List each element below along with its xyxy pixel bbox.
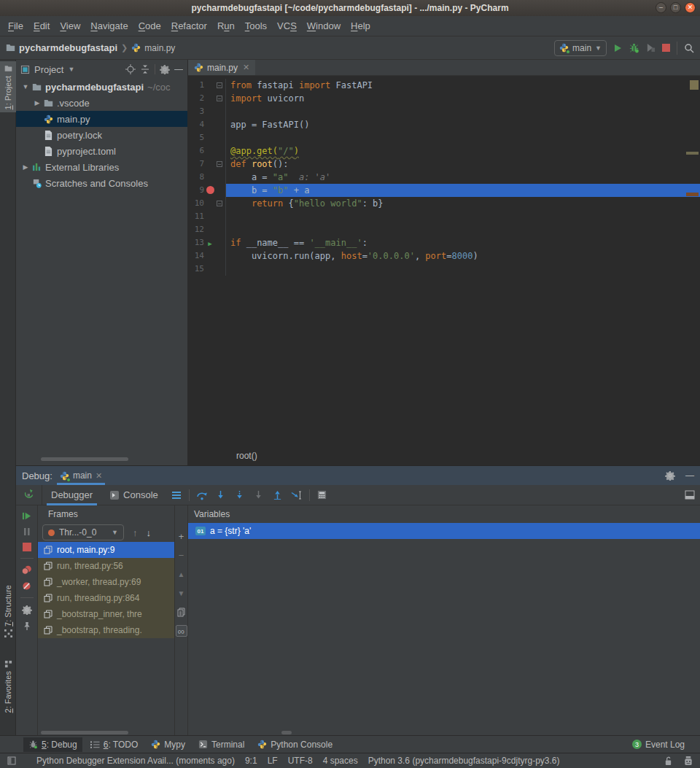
tree-toggle-icon[interactable]: ▼ bbox=[20, 83, 31, 90]
menu-vcs[interactable]: VCS bbox=[272, 18, 302, 34]
frame-row[interactable]: run, thread.py:56 bbox=[38, 558, 174, 574]
minimize-button[interactable]: – bbox=[656, 2, 666, 13]
toolwindow-python-console[interactable]: Python Console bbox=[252, 737, 338, 752]
tree-item-pycharmdebugfastapi[interactable]: ▼pycharmdebugfastapi~/coc bbox=[16, 79, 187, 95]
line-separator[interactable]: LF bbox=[268, 756, 278, 766]
fold-marker-icon[interactable] bbox=[216, 161, 223, 167]
fold-marker-icon[interactable] bbox=[216, 96, 223, 101]
pin-tab-icon[interactable] bbox=[23, 621, 31, 631]
force-step-into-button[interactable] bbox=[235, 490, 244, 500]
debug-button[interactable] bbox=[629, 42, 639, 53]
tree-item-main-py[interactable]: main.py bbox=[16, 111, 187, 127]
code-line-10[interactable]: 10 return {"hello world": b} bbox=[188, 197, 700, 210]
close-tab-icon[interactable]: ✕ bbox=[243, 63, 249, 72]
remove-watch-button[interactable]: − bbox=[176, 549, 187, 561]
breadcrumb-function[interactable]: root() bbox=[236, 451, 257, 461]
mute-breakpoints-button[interactable] bbox=[22, 581, 31, 591]
breadcrumb-project[interactable]: pycharmdebugfastapi bbox=[19, 42, 117, 53]
run-button[interactable] bbox=[613, 44, 622, 53]
gutter-line-7[interactable]: 7 bbox=[188, 158, 226, 171]
duplicate-watch-button[interactable] bbox=[176, 606, 187, 618]
tree-item--vscode[interactable]: ▶.vscode bbox=[16, 95, 187, 111]
collapse-all-button[interactable] bbox=[140, 64, 150, 74]
file-encoding[interactable]: UTF-8 bbox=[288, 756, 313, 766]
gutter-line-5[interactable]: 5 bbox=[188, 131, 226, 144]
step-over-button[interactable] bbox=[196, 490, 208, 500]
gutter-line-2[interactable]: 2 bbox=[188, 92, 226, 105]
tree-item-scratches-and-consoles[interactable]: Scratches and Consoles bbox=[16, 175, 187, 191]
gutter-line-6[interactable]: 6 bbox=[188, 144, 226, 158]
menu-tools[interactable]: Tools bbox=[240, 18, 272, 34]
tab-console[interactable]: Console bbox=[101, 485, 167, 505]
code-line-4[interactable]: 4app = FastAPI() bbox=[188, 118, 700, 131]
code-line-9[interactable]: 9 b = "b" + a bbox=[188, 184, 700, 197]
layout-options-icon[interactable] bbox=[171, 491, 182, 500]
gutter-line-12[interactable]: 12 bbox=[188, 223, 226, 236]
menu-help[interactable]: Help bbox=[346, 18, 376, 34]
gutter-line-4[interactable]: 4 bbox=[188, 118, 226, 131]
gutter-line-15[interactable]: 15 bbox=[188, 263, 226, 276]
gutter-line-3[interactable]: 3 bbox=[188, 105, 226, 118]
evaluate-expression-button[interactable] bbox=[317, 490, 327, 500]
toolwindow-5-debug[interactable]: 5: Debug bbox=[23, 737, 82, 752]
menu-navigate[interactable]: Navigate bbox=[85, 18, 133, 34]
code-line-14[interactable]: 14 uvicorn.run(app, host='0.0.0.0', port… bbox=[188, 249, 700, 263]
caret-position[interactable]: 9:1 bbox=[245, 756, 257, 766]
next-frame-button[interactable]: ↓ bbox=[147, 527, 152, 538]
new-watch-button[interactable]: + bbox=[176, 530, 187, 542]
variable-row[interactable]: 01 a = {str} 'a' bbox=[188, 523, 700, 539]
error-stripe-mark-warning[interactable] bbox=[686, 152, 699, 155]
project-view-selector[interactable]: Project bbox=[34, 64, 63, 75]
frames-horizontal-scrollbar[interactable] bbox=[41, 731, 128, 734]
menu-view[interactable]: View bbox=[55, 18, 85, 34]
gutter-line-14[interactable]: 14 bbox=[188, 249, 226, 263]
code-line-2[interactable]: 2import uvicorn bbox=[188, 92, 700, 105]
code-line-11[interactable]: 11 bbox=[188, 210, 700, 223]
step-into-button[interactable] bbox=[216, 490, 225, 500]
code-line-8[interactable]: 8 a = "a" a: 'a' bbox=[188, 171, 700, 184]
menu-refactor[interactable]: Refactor bbox=[166, 18, 212, 34]
menu-run[interactable]: Run bbox=[212, 18, 240, 34]
resume-button[interactable] bbox=[22, 511, 31, 521]
stop-button[interactable] bbox=[23, 543, 31, 551]
tree-item-external-libraries[interactable]: ▶External Libraries bbox=[16, 159, 187, 175]
code-line-3[interactable]: 3 bbox=[188, 105, 700, 118]
tab-debugger[interactable]: Debugger bbox=[42, 485, 101, 505]
move-down-button[interactable]: ▼ bbox=[176, 587, 187, 599]
move-up-button[interactable]: ▲ bbox=[176, 568, 187, 580]
fold-marker-icon[interactable] bbox=[216, 82, 223, 88]
gutter-line-13[interactable]: 13▶ bbox=[188, 236, 226, 249]
hide-debug-panel-button[interactable]: — bbox=[685, 470, 694, 481]
stripe-favorites-button[interactable]: 2: Favorites bbox=[0, 656, 16, 715]
menu-code[interactable]: Code bbox=[133, 18, 166, 34]
frame-row[interactable]: _worker, thread.py:69 bbox=[38, 574, 174, 590]
step-out-of-code-block-button[interactable] bbox=[254, 490, 263, 500]
variables-horizontal-scrollbar[interactable] bbox=[281, 731, 292, 734]
frame-row[interactable]: root, main.py:9 bbox=[38, 542, 174, 558]
pause-button[interactable] bbox=[23, 527, 31, 536]
event-log-button[interactable]: 3 Event Log bbox=[627, 737, 690, 752]
previous-frame-button[interactable]: ↑ bbox=[133, 527, 138, 538]
restore-layout-icon[interactable] bbox=[685, 490, 696, 500]
settings-gear-icon[interactable] bbox=[665, 470, 675, 481]
tree-toggle-icon[interactable]: ▶ bbox=[32, 99, 42, 106]
run-line-icon[interactable]: ▶ bbox=[204, 236, 216, 250]
select-opened-file-button[interactable] bbox=[125, 64, 136, 74]
thread-selector[interactable]: Thr...-0_0 ▼ bbox=[42, 524, 124, 540]
fold-marker-icon[interactable] bbox=[216, 201, 223, 206]
debug-session-tab[interactable]: main ✕ bbox=[57, 466, 105, 485]
gutter-line-8[interactable]: 8 bbox=[188, 171, 226, 184]
run-with-coverage-button[interactable] bbox=[646, 43, 656, 53]
breadcrumb[interactable]: pycharmdebugfastapi ❯ main.py bbox=[6, 42, 175, 53]
frame-row[interactable]: run, threading.py:864 bbox=[38, 590, 174, 606]
tree-toggle-icon[interactable]: ▶ bbox=[20, 163, 31, 171]
menu-edit[interactable]: Edit bbox=[28, 18, 55, 34]
toolwindow-mypy[interactable]: Mypy bbox=[146, 737, 190, 752]
step-out-button[interactable] bbox=[273, 490, 282, 500]
frame-row[interactable]: _bootstrap, threading. bbox=[38, 622, 174, 638]
run-to-cursor-button[interactable] bbox=[291, 490, 303, 500]
stripe-structure-button[interactable]: 7: Structure bbox=[0, 582, 16, 641]
gutter-line-10[interactable]: 10 bbox=[188, 197, 226, 210]
code-line-13[interactable]: 13▶if __name__ == '__main__': bbox=[188, 236, 700, 249]
code-line-6[interactable]: 6@app.get("/") bbox=[188, 144, 700, 158]
